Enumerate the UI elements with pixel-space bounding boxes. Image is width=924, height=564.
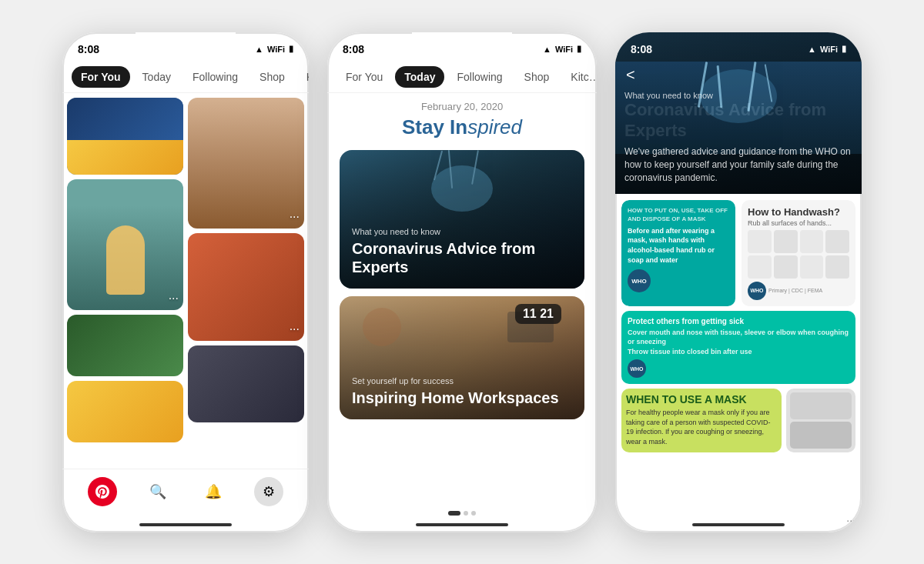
notifications-nav-icon[interactable]: 🔔 — [199, 477, 228, 506]
mask-card-text: For healthy people wear a mask only if y… — [626, 408, 777, 446]
mask-text: Before and after wearing a mask, wash ha… — [628, 226, 729, 265]
who-badge: WHO — [628, 269, 651, 292]
tab-following-left[interactable]: Following — [183, 66, 247, 88]
article-header: 8:08 ▲ WiFi ▮ < What you need to know Co… — [615, 32, 862, 194]
wash-step-1 — [748, 230, 772, 253]
partner-labels: Primary | CDC | FEMA — [768, 288, 822, 293]
handwash-title: How to Handwash? — [748, 206, 849, 218]
back-button[interactable]: < — [626, 66, 635, 84]
tab-today-middle[interactable]: Today — [395, 66, 444, 88]
wash-step-3 — [800, 230, 824, 253]
search-nav-icon[interactable]: 🔍 — [143, 477, 172, 506]
wash-steps — [748, 230, 849, 279]
scroll-dot-3 — [471, 511, 476, 516]
home-title: Inspiring Home Workspaces — [352, 389, 572, 407]
masonry-grid: ··· ··· ··· — [62, 93, 309, 469]
mask-image-2 — [790, 422, 852, 449]
notch-middle — [412, 32, 512, 54]
pin-card-dark[interactable] — [188, 345, 304, 422]
article-body: HOW TO PUT ON, USE, TAKE OFF AND DISPOSE… — [615, 194, 862, 519]
pin-card-art[interactable] — [67, 98, 183, 175]
pinterest-home-icon[interactable] — [88, 477, 117, 506]
wifi-icon-m: WiFi — [555, 45, 573, 54]
pin-card-food[interactable]: ··· — [188, 233, 304, 341]
status-icons-left: ▲ WiFi ▮ — [255, 44, 293, 54]
info-card-1: HOW TO PUT ON, USE, TAKE OFF AND DISPOSE… — [621, 200, 855, 306]
mask-how-left: HOW TO PUT ON, USE, TAKE OFF AND DISPOSE… — [621, 200, 735, 306]
battery-icon-m: ▮ — [577, 44, 581, 54]
time-middle: 8:08 — [343, 43, 364, 55]
corona-card-bg: What you need to know Coronavirus Advice… — [340, 150, 584, 289]
nav-tabs-left: For You Today Following Shop Kitc… — [62, 62, 309, 93]
today-date: February 20, 2020 — [340, 101, 584, 112]
pin-card-plant[interactable] — [67, 315, 183, 376]
pin-card-teal-woman[interactable]: ··· — [67, 179, 183, 310]
title-part1: Stay In — [402, 115, 467, 138]
today-title: Stay Inspired — [340, 115, 584, 139]
home-indicator-middle — [416, 523, 508, 526]
bottom-nav-left: 🔍 🔔 ⚙ — [62, 469, 309, 519]
profile-nav-icon[interactable]: ⚙ — [254, 477, 283, 506]
battery-icon: ▮ — [289, 44, 293, 54]
wash-step-2 — [774, 230, 798, 253]
pin-card-woman-portrait[interactable]: ··· — [188, 98, 304, 229]
wash-step-7 — [800, 255, 824, 279]
handwash-sub: Rub all surfaces of hands... — [748, 219, 849, 227]
scene: 8:08 ▲ WiFi ▮ For You Today Following Sh… — [47, 17, 877, 548]
scroll-dot-2 — [464, 511, 468, 516]
notch-right — [688, 32, 788, 54]
mask-image-1 — [790, 392, 852, 419]
wash-step-6 — [774, 255, 798, 279]
who-badge-3: WHO — [628, 359, 646, 378]
home-card-bg: 11 21 Set yourself up for success Inspir… — [340, 296, 584, 419]
time-left: 8:08 — [78, 43, 99, 55]
tab-kitc-left[interactable]: Kitc… — [297, 66, 309, 88]
wash-step-8 — [825, 255, 849, 279]
phone-left: 8:08 ▲ WiFi ▮ For You Today Following Sh… — [62, 32, 309, 532]
story-card-corona[interactable]: What you need to know Coronavirus Advice… — [340, 150, 584, 289]
protect-text: Cover mouth and nose with tissue, sleeve… — [628, 328, 849, 357]
tab-for-you-left[interactable]: For You — [72, 66, 130, 88]
scroll-indicator-middle — [327, 508, 597, 519]
article-subtitle: We've gathered advice and guidance from … — [624, 145, 852, 184]
status-icons-middle: ▲ WiFi ▮ — [543, 44, 581, 54]
wash-step-5 — [748, 255, 772, 279]
signal-icon: ▲ — [255, 45, 263, 54]
mask-left-card: WHEN TO USE A MASK For healthy people we… — [621, 389, 782, 452]
tab-following-middle[interactable]: Following — [447, 66, 511, 88]
tab-shop-middle[interactable]: Shop — [515, 66, 559, 88]
pin-dots-3: ··· — [290, 322, 300, 336]
corona-title: Coronavirus Advice from Experts — [352, 239, 572, 276]
pin-dots-2: ··· — [290, 210, 300, 224]
phone-middle: 8:08 ▲ WiFi ▮ For You Today Following Sh… — [327, 32, 597, 532]
home-indicator-left — [139, 523, 232, 526]
tab-today-left[interactable]: Today — [133, 66, 180, 88]
today-content: February 20, 2020 Stay Inspired What you… — [327, 93, 597, 508]
phone-right: 8:08 ▲ WiFi ▮ < What you need to know Co… — [615, 32, 862, 532]
protect-title: Protect others from getting sick — [628, 317, 849, 325]
title-part2: spired — [467, 115, 522, 138]
wash-step-4 — [825, 230, 849, 253]
signal-icon-r: ▲ — [808, 45, 816, 54]
tab-kitc-middle[interactable]: Kitc… — [561, 66, 597, 88]
signal-icon-m: ▲ — [543, 45, 551, 54]
battery-icon-r: ▮ — [842, 44, 846, 54]
corona-label: What you need to know — [352, 227, 572, 236]
time-right: 8:08 — [631, 43, 652, 55]
story-card-home[interactable]: 11 21 Set yourself up for success Inspir… — [340, 296, 584, 419]
home-indicator-right — [692, 523, 785, 526]
who-badge-2: WHO — [748, 282, 766, 300]
tab-shop-left[interactable]: Shop — [250, 66, 294, 88]
status-icons-right: ▲ WiFi ▮ — [808, 44, 846, 54]
tab-for-you-middle[interactable]: For You — [336, 66, 392, 88]
masonry-col-2: ··· ··· — [188, 98, 304, 464]
protect-card: Protect others from getting sick Cover m… — [621, 311, 855, 385]
nav-tabs-middle: For You Today Following Shop Kitc… — [327, 62, 597, 93]
wifi-icon-r: WiFi — [820, 45, 838, 54]
notch-left — [136, 32, 236, 54]
wifi-icon: WiFi — [267, 45, 285, 54]
pin-card-yellow[interactable] — [67, 381, 183, 442]
masonry-col-1: ··· — [67, 98, 183, 464]
mask-section: WHEN TO USE A MASK For healthy people we… — [621, 389, 855, 452]
home-label: Set yourself up for success — [352, 376, 572, 385]
